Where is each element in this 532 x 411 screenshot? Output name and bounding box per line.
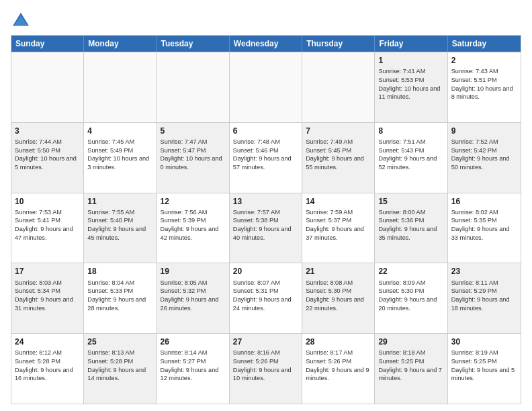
weekday-header-wednesday: Wednesday bbox=[230, 36, 302, 52]
day-info: Sunrise: 8:02 AM Sunset: 5:35 PM Dayligh… bbox=[451, 208, 517, 242]
calendar-cell-day-9: 9Sunrise: 7:52 AM Sunset: 5:42 PM Daylig… bbox=[448, 123, 521, 193]
calendar-cell-day-16: 16Sunrise: 8:02 AM Sunset: 5:35 PM Dayli… bbox=[448, 193, 521, 263]
calendar-cell-empty bbox=[157, 52, 230, 122]
calendar-row-2: 10Sunrise: 7:53 AM Sunset: 5:41 PM Dayli… bbox=[11, 193, 521, 263]
calendar-cell-day-7: 7Sunrise: 7:49 AM Sunset: 5:45 PM Daylig… bbox=[302, 123, 375, 193]
weekday-header-tuesday: Tuesday bbox=[157, 36, 230, 52]
calendar-cell-day-6: 6Sunrise: 7:48 AM Sunset: 5:46 PM Daylig… bbox=[230, 123, 302, 193]
calendar: SundayMondayTuesdayWednesdayThursdayFrid… bbox=[11, 35, 521, 404]
calendar-cell-day-22: 22Sunrise: 8:09 AM Sunset: 5:30 PM Dayli… bbox=[375, 263, 447, 333]
day-info: Sunrise: 8:13 AM Sunset: 5:28 PM Dayligh… bbox=[87, 349, 152, 383]
page: SundayMondayTuesdayWednesdayThursdayFrid… bbox=[0, 0, 532, 411]
day-number: 10 bbox=[15, 196, 80, 207]
day-number: 12 bbox=[161, 196, 226, 207]
calendar-cell-day-13: 13Sunrise: 7:57 AM Sunset: 5:38 PM Dayli… bbox=[230, 193, 302, 263]
day-info: Sunrise: 7:51 AM Sunset: 5:43 PM Dayligh… bbox=[378, 138, 443, 172]
day-number: 25 bbox=[87, 336, 152, 347]
day-number: 1 bbox=[378, 55, 443, 66]
calendar-cell-day-19: 19Sunrise: 8:05 AM Sunset: 5:32 PM Dayli… bbox=[157, 263, 230, 333]
weekday-header-thursday: Thursday bbox=[302, 36, 375, 52]
day-info: Sunrise: 8:19 AM Sunset: 5:25 PM Dayligh… bbox=[451, 349, 517, 383]
calendar-cell-day-28: 28Sunrise: 8:17 AM Sunset: 5:26 PM Dayli… bbox=[302, 334, 375, 404]
calendar-cell-day-2: 2Sunrise: 7:43 AM Sunset: 5:51 PM Daylig… bbox=[448, 52, 521, 122]
calendar-cell-day-1: 1Sunrise: 7:41 AM Sunset: 5:53 PM Daylig… bbox=[375, 52, 447, 122]
day-number: 9 bbox=[451, 126, 517, 136]
day-info: Sunrise: 8:03 AM Sunset: 5:34 PM Dayligh… bbox=[15, 279, 80, 313]
weekday-header-monday: Monday bbox=[84, 36, 157, 52]
day-number: 14 bbox=[306, 196, 371, 207]
day-number: 8 bbox=[378, 126, 443, 136]
day-number: 13 bbox=[233, 196, 298, 207]
day-info: Sunrise: 8:09 AM Sunset: 5:30 PM Dayligh… bbox=[378, 279, 443, 313]
day-info: Sunrise: 8:14 AM Sunset: 5:27 PM Dayligh… bbox=[161, 349, 226, 383]
weekday-header-sunday: Sunday bbox=[11, 36, 84, 52]
day-number: 11 bbox=[87, 196, 152, 207]
calendar-cell-day-23: 23Sunrise: 8:11 AM Sunset: 5:29 PM Dayli… bbox=[448, 263, 521, 333]
day-number: 21 bbox=[306, 266, 371, 277]
day-info: Sunrise: 8:08 AM Sunset: 5:30 PM Dayligh… bbox=[306, 279, 371, 313]
day-number: 17 bbox=[15, 266, 80, 277]
day-number: 16 bbox=[451, 196, 517, 207]
day-info: Sunrise: 7:59 AM Sunset: 5:37 PM Dayligh… bbox=[306, 208, 371, 242]
calendar-cell-empty bbox=[11, 52, 84, 122]
calendar-cell-day-4: 4Sunrise: 7:45 AM Sunset: 5:49 PM Daylig… bbox=[84, 123, 157, 193]
day-info: Sunrise: 7:48 AM Sunset: 5:46 PM Dayligh… bbox=[233, 138, 298, 172]
day-info: Sunrise: 8:12 AM Sunset: 5:28 PM Dayligh… bbox=[15, 349, 80, 383]
calendar-cell-day-3: 3Sunrise: 7:44 AM Sunset: 5:50 PM Daylig… bbox=[11, 123, 84, 193]
day-number: 4 bbox=[87, 126, 152, 136]
calendar-cell-day-14: 14Sunrise: 7:59 AM Sunset: 5:37 PM Dayli… bbox=[302, 193, 375, 263]
day-info: Sunrise: 8:17 AM Sunset: 5:26 PM Dayligh… bbox=[306, 349, 371, 383]
calendar-cell-day-30: 30Sunrise: 8:19 AM Sunset: 5:25 PM Dayli… bbox=[448, 334, 521, 404]
calendar-cell-day-10: 10Sunrise: 7:53 AM Sunset: 5:41 PM Dayli… bbox=[11, 193, 84, 263]
calendar-row-0: 1Sunrise: 7:41 AM Sunset: 5:53 PM Daylig… bbox=[11, 52, 521, 122]
day-number: 26 bbox=[161, 336, 226, 347]
calendar-row-4: 24Sunrise: 8:12 AM Sunset: 5:28 PM Dayli… bbox=[11, 333, 521, 404]
calendar-cell-day-26: 26Sunrise: 8:14 AM Sunset: 5:27 PM Dayli… bbox=[157, 334, 230, 404]
day-number: 24 bbox=[15, 336, 80, 347]
day-number: 20 bbox=[233, 266, 298, 277]
day-number: 19 bbox=[161, 266, 226, 277]
day-info: Sunrise: 7:52 AM Sunset: 5:42 PM Dayligh… bbox=[451, 138, 517, 172]
day-info: Sunrise: 7:44 AM Sunset: 5:50 PM Dayligh… bbox=[15, 138, 80, 172]
day-info: Sunrise: 8:04 AM Sunset: 5:33 PM Dayligh… bbox=[87, 279, 152, 313]
weekday-header-friday: Friday bbox=[375, 36, 447, 52]
day-info: Sunrise: 8:18 AM Sunset: 5:25 PM Dayligh… bbox=[378, 349, 443, 383]
calendar-cell-day-18: 18Sunrise: 8:04 AM Sunset: 5:33 PM Dayli… bbox=[84, 263, 157, 333]
day-info: Sunrise: 7:41 AM Sunset: 5:53 PM Dayligh… bbox=[378, 67, 443, 101]
day-info: Sunrise: 7:43 AM Sunset: 5:51 PM Dayligh… bbox=[451, 67, 517, 101]
day-info: Sunrise: 7:53 AM Sunset: 5:41 PM Dayligh… bbox=[15, 208, 80, 242]
calendar-cell-day-25: 25Sunrise: 8:13 AM Sunset: 5:28 PM Dayli… bbox=[84, 334, 157, 404]
header bbox=[11, 11, 521, 31]
day-number: 23 bbox=[451, 266, 517, 277]
calendar-cell-day-24: 24Sunrise: 8:12 AM Sunset: 5:28 PM Dayli… bbox=[11, 334, 84, 404]
calendar-row-1: 3Sunrise: 7:44 AM Sunset: 5:50 PM Daylig… bbox=[11, 122, 521, 193]
logo-icon bbox=[11, 11, 31, 31]
day-info: Sunrise: 7:45 AM Sunset: 5:49 PM Dayligh… bbox=[87, 138, 152, 172]
day-number: 18 bbox=[87, 266, 152, 277]
day-number: 2 bbox=[451, 55, 517, 66]
calendar-header: SundayMondayTuesdayWednesdayThursdayFrid… bbox=[11, 36, 521, 52]
day-number: 22 bbox=[378, 266, 443, 277]
logo bbox=[11, 11, 34, 31]
day-info: Sunrise: 7:57 AM Sunset: 5:38 PM Dayligh… bbox=[233, 208, 298, 242]
day-number: 29 bbox=[378, 336, 443, 347]
day-number: 30 bbox=[451, 336, 517, 347]
day-info: Sunrise: 8:16 AM Sunset: 5:26 PM Dayligh… bbox=[233, 349, 298, 383]
calendar-cell-empty bbox=[230, 52, 302, 122]
day-info: Sunrise: 8:07 AM Sunset: 5:31 PM Dayligh… bbox=[233, 279, 298, 313]
calendar-cell-day-27: 27Sunrise: 8:16 AM Sunset: 5:26 PM Dayli… bbox=[230, 334, 302, 404]
day-number: 7 bbox=[306, 126, 371, 136]
calendar-cell-empty bbox=[302, 52, 375, 122]
calendar-body: 1Sunrise: 7:41 AM Sunset: 5:53 PM Daylig… bbox=[11, 52, 521, 404]
calendar-cell-day-11: 11Sunrise: 7:55 AM Sunset: 5:40 PM Dayli… bbox=[84, 193, 157, 263]
day-number: 3 bbox=[15, 126, 80, 136]
day-number: 5 bbox=[161, 126, 226, 136]
day-info: Sunrise: 8:00 AM Sunset: 5:36 PM Dayligh… bbox=[378, 208, 443, 242]
calendar-cell-day-8: 8Sunrise: 7:51 AM Sunset: 5:43 PM Daylig… bbox=[375, 123, 447, 193]
calendar-cell-day-12: 12Sunrise: 7:56 AM Sunset: 5:39 PM Dayli… bbox=[157, 193, 230, 263]
day-number: 6 bbox=[233, 126, 298, 136]
calendar-cell-day-20: 20Sunrise: 8:07 AM Sunset: 5:31 PM Dayli… bbox=[230, 263, 302, 333]
calendar-cell-day-15: 15Sunrise: 8:00 AM Sunset: 5:36 PM Dayli… bbox=[375, 193, 447, 263]
day-number: 27 bbox=[233, 336, 298, 347]
calendar-cell-day-17: 17Sunrise: 8:03 AM Sunset: 5:34 PM Dayli… bbox=[11, 263, 84, 333]
